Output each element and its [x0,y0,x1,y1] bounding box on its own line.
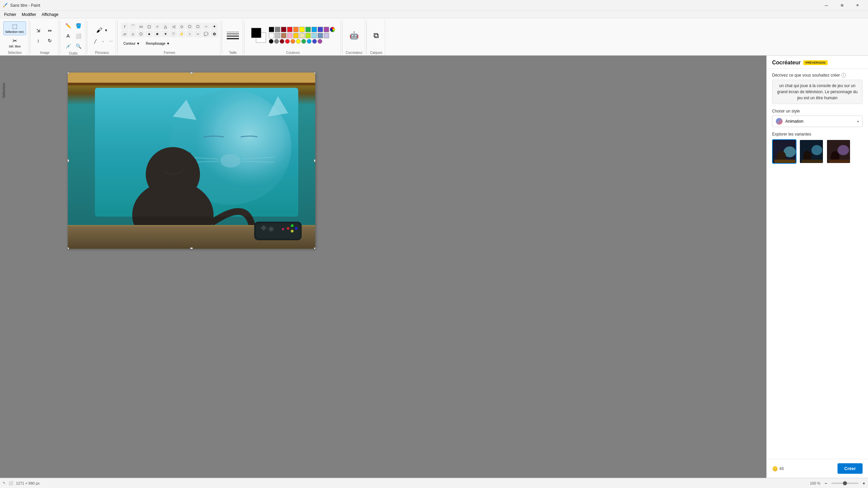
circle-color-2[interactable] [274,39,279,44]
cocreateur-ribbon-button[interactable]: 🤖 [346,29,362,42]
shape-octagon[interactable]: ⬡ [137,30,145,37]
description-info-icon[interactable]: i [841,73,846,78]
menu-affichage[interactable]: Affichage [39,12,61,18]
circle-color-4[interactable] [285,39,290,44]
shape-rright[interactable]: → [202,23,210,30]
shape-rect[interactable]: ▭ [137,23,145,30]
tools-group-label: Outils [69,52,78,55]
size-2px[interactable] [227,34,239,34]
description-text[interactable]: un chat qui joue à la console de jeu sur… [772,80,863,104]
color-swatch-gold[interactable] [293,33,299,38]
canvas-image[interactable] [68,73,315,249]
shape-arrow-up[interactable]: ↑ [186,30,194,37]
eyedropper-button[interactable]: 💉 [63,41,73,51]
brush-type-3[interactable]: ⋯ [106,37,116,46]
shape-arrow-lr[interactable]: ↔ [194,30,202,37]
color-swatch-black[interactable] [269,27,274,32]
flip-h-button[interactable]: ↕ [34,36,43,45]
variant-2[interactable] [799,139,824,164]
pencil-button[interactable]: ✏️ [63,21,73,30]
color-swatch-brown[interactable] [281,33,286,38]
zoom-in-button[interactable]: + [863,481,865,486]
outline-button[interactable]: Contour ▼ [121,39,142,48]
fill-shape-button[interactable]: Remplissage ▼ [143,39,172,48]
shape-hexagon[interactable]: ⬡ [194,23,202,30]
color-swatch-blue[interactable] [311,27,317,32]
shape-parallelogram[interactable]: ▱ [121,30,128,37]
color-swatch-white[interactable] [269,33,274,38]
variant-3[interactable] [826,139,851,164]
size-4px[interactable] [227,38,239,39]
color-swatch-lime[interactable] [305,33,311,38]
circle-color-9[interactable] [312,39,317,44]
menu-modifier[interactable]: Modifier [19,12,39,18]
color-swatch-orange[interactable] [293,27,299,32]
shape-rtriangle[interactable]: ◁ [170,23,177,30]
shape-line[interactable]: / [121,23,128,30]
color-swatch-pink[interactable] [287,33,292,38]
shape-custom[interactable]: ✿ [210,30,218,37]
close-button[interactable]: ✕ [850,0,865,11]
color-swatch-purple[interactable] [324,27,329,32]
brush-select-button[interactable]: 🖌 ▼ [93,25,112,36]
shape-curve[interactable]: ⌒ [129,23,137,30]
color-swatch-more[interactable] [330,27,335,32]
fill-button[interactable]: 🪣 [74,21,83,30]
circle-color-3[interactable] [280,39,284,44]
color-swatch-red[interactable] [287,27,292,32]
select-free-button[interactable]: ✂ Sél. libre [3,36,26,50]
size-1px[interactable] [227,32,239,32]
color-swatch-darkred[interactable] [281,27,286,32]
shape-trapezoid[interactable]: ⌂ [129,30,137,37]
create-button[interactable]: Créer [837,463,863,474]
restore-button[interactable]: ⧉ [834,0,850,11]
cocreateur-footer: 🪙 48 Créer [767,459,868,478]
zoom-out-button[interactable]: − [825,481,827,486]
circle-color-1[interactable] [269,39,274,44]
zoom-slider[interactable] [831,483,859,484]
shape-star5[interactable]: ★ [154,30,161,37]
shape-circle[interactable]: ● [145,30,153,37]
shape-diamond[interactable]: ◇ [178,23,185,30]
color-swatch-lavender[interactable] [324,33,329,38]
color-swatch-green[interactable] [305,27,311,32]
color-swatch-cream[interactable] [299,33,305,38]
circle-color-10[interactable] [318,39,322,44]
circle-color-6[interactable] [296,39,301,44]
text-button[interactable]: A [63,31,73,41]
flip-v-button[interactable]: ↻ [45,36,55,45]
shape-star4[interactable]: ✦ [210,23,218,30]
color-swatch-skyblue[interactable] [311,33,317,38]
minimize-button[interactable]: — [819,0,834,11]
foreground-color-swatch[interactable] [251,28,261,38]
shape-lightning[interactable]: ⚡ [178,30,185,37]
rotate-button[interactable]: ⇲ [34,26,43,35]
shape-star6[interactable]: ✶ [162,30,169,37]
canvas-area[interactable]: Sélection [0,56,766,478]
color-swatch-darkblue[interactable] [318,27,323,32]
variant-1[interactable] [772,139,796,164]
calques-ribbon-button[interactable]: ⧉ [370,29,382,42]
zoom-slider-thumb[interactable] [843,481,847,485]
resize-button[interactable]: ⇔ [45,26,55,35]
circle-color-8[interactable] [307,39,311,44]
shape-callout[interactable]: 💬 [202,30,210,37]
color-swatch-lightgray[interactable] [275,33,280,38]
style-dropdown[interactable]: Animation ▾ [772,116,863,127]
shape-heart[interactable]: ♡ [170,30,177,37]
shape-triangle[interactable]: △ [162,23,169,30]
active-colors [251,28,266,43]
color-swatch-yellow[interactable] [299,27,305,32]
shape-ellipse[interactable]: ○ [154,23,161,30]
circle-color-5[interactable] [290,39,295,44]
eraser-button[interactable]: ⬜ [74,31,83,41]
color-swatch-steel[interactable] [318,33,323,38]
shape-pentagon[interactable]: ⬠ [186,23,194,30]
zoom-button[interactable]: 🔍 [74,41,83,51]
select-rectangular-button[interactable]: ⬚ Sélection rect. [3,21,26,35]
circle-color-7[interactable] [301,39,306,44]
color-swatch-gray[interactable] [275,27,280,32]
shape-rect-rounded[interactable]: ▢ [145,23,153,30]
size-3px[interactable] [227,36,239,37]
menu-fichier[interactable]: Fichier [1,12,19,18]
